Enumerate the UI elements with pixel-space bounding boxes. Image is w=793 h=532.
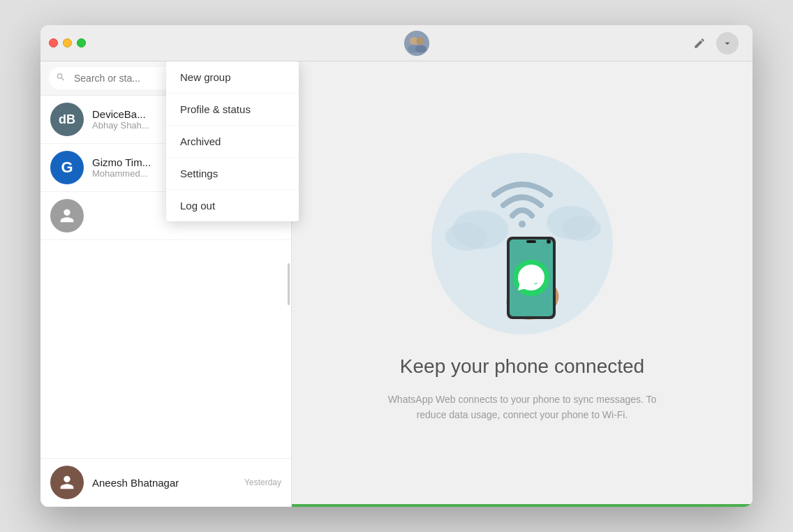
right-panel: Keep your phone connected WhatsApp Web c… xyxy=(292,61,753,507)
main-subtitle: WhatsApp Web connects to your phone to s… xyxy=(383,392,662,423)
sidebar: dB DeviceBa... Abhay Shah... G Gizmo Tim… xyxy=(40,61,292,507)
dropdown-item-settings[interactable]: Settings xyxy=(166,158,299,190)
traffic-lights xyxy=(49,38,86,47)
right-panel-content: Keep your phone connected WhatsApp Web c… xyxy=(341,146,704,423)
green-bar xyxy=(292,504,753,507)
dropdown-item-archived[interactable]: Archived xyxy=(166,126,299,158)
chat-avatar: G xyxy=(50,151,84,184)
new-chat-button[interactable] xyxy=(688,32,711,54)
dropdown-menu: New group Profile & status Archived Sett… xyxy=(166,61,299,221)
maximize-button[interactable] xyxy=(77,38,86,47)
chat-item-aneesh[interactable]: Aneesh Bhatnagar Yesterday xyxy=(40,458,291,507)
svg-point-4 xyxy=(415,45,427,52)
dropdown-item-profile[interactable]: Profile & status xyxy=(166,94,299,126)
chat-name: Aneesh Bhatnagar xyxy=(92,477,236,489)
svg-rect-16 xyxy=(526,240,536,243)
menu-dropdown-button[interactable] xyxy=(716,32,739,54)
main-title: Keep your phone connected xyxy=(400,355,644,378)
svg-point-9 xyxy=(562,216,601,241)
close-button[interactable] xyxy=(49,38,58,47)
chat-info: Aneesh Bhatnagar xyxy=(92,477,236,489)
title-bar-center xyxy=(94,31,744,56)
main-content: dB DeviceBa... Abhay Shah... G Gizmo Tim… xyxy=(40,61,753,507)
svg-point-7 xyxy=(445,223,487,251)
svg-point-2 xyxy=(416,37,424,45)
dropdown-item-logout[interactable]: Log out xyxy=(166,190,299,221)
scroll-indicator xyxy=(288,263,290,305)
chat-time: Yesterday xyxy=(244,478,281,487)
chat-avatar xyxy=(50,199,84,232)
minimize-button[interactable] xyxy=(63,38,72,47)
chat-avatar xyxy=(50,466,84,499)
app-window: dB DeviceBa... Abhay Shah... G Gizmo Tim… xyxy=(40,25,753,507)
svg-point-17 xyxy=(547,239,551,244)
whatsapp-illustration xyxy=(424,146,620,341)
chat-avatar: dB xyxy=(50,103,84,136)
profile-avatar[interactable] xyxy=(404,31,429,56)
search-icon xyxy=(56,73,66,84)
title-bar xyxy=(40,25,753,61)
dropdown-item-new-group[interactable]: New group xyxy=(166,61,299,94)
svg-point-10 xyxy=(519,221,526,228)
